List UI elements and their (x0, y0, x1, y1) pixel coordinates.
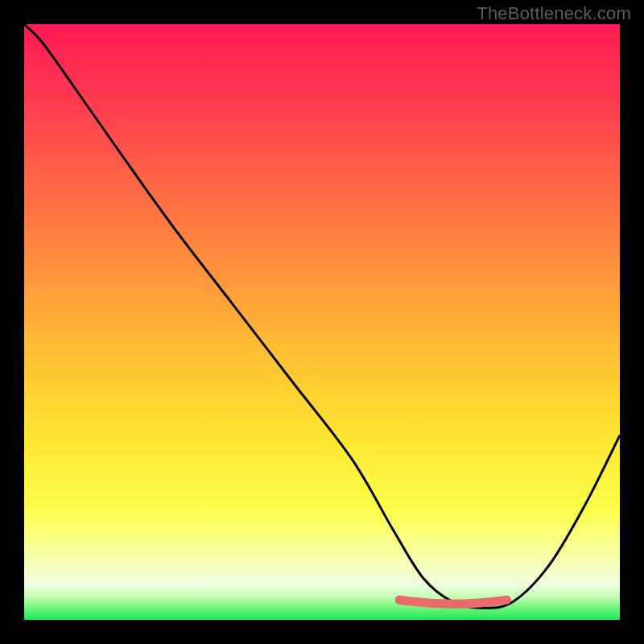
chart-container: TheBottleneck.com (0, 0, 644, 644)
optimal-range-highlight (399, 600, 506, 604)
gradient-plot-area (24, 24, 620, 620)
attribution-text: TheBottleneck.com (477, 3, 631, 24)
bottleneck-chart (24, 24, 620, 620)
